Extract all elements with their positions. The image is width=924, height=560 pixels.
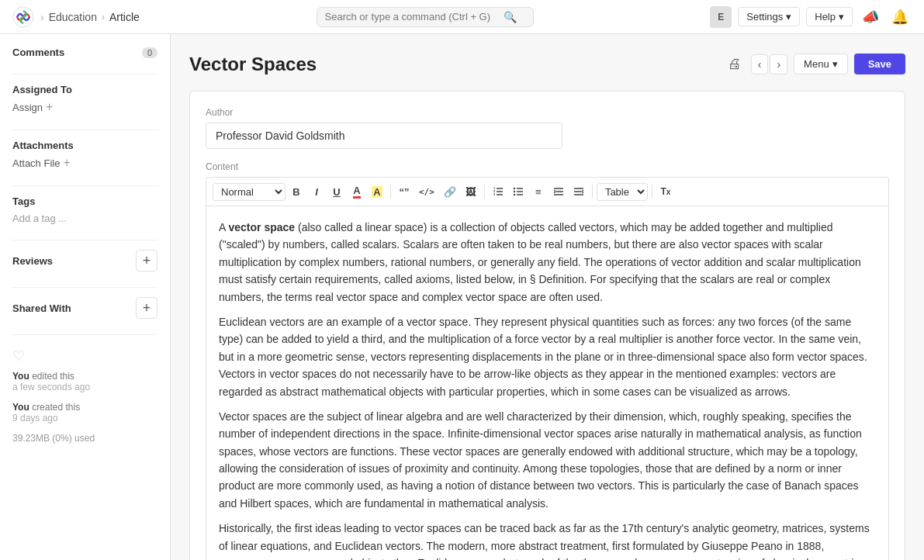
sidebar-section-tags: Tags Add a tag ... bbox=[12, 195, 157, 224]
article-card: Author Content Normal Heading 1 Heading … bbox=[189, 91, 905, 560]
page-actions: 🖨 ‹ › Menu ▾ Save bbox=[725, 53, 905, 75]
align-button[interactable]: ≡ bbox=[529, 184, 548, 200]
image-button[interactable]: 🖼 bbox=[462, 184, 480, 200]
heart-icon: ♡ bbox=[12, 347, 157, 365]
reviews-add-button[interactable]: + bbox=[136, 250, 157, 271]
comments-label: Comments bbox=[12, 47, 64, 58]
assign-button[interactable]: Assign + bbox=[12, 100, 53, 114]
add-tag-label[interactable]: Add a tag ... bbox=[12, 213, 67, 224]
comments-badge: 0 bbox=[142, 47, 157, 58]
svg-point-11 bbox=[514, 191, 515, 192]
code-button[interactable]: </> bbox=[415, 185, 438, 199]
search-input[interactable] bbox=[325, 11, 504, 22]
indent-left-button[interactable] bbox=[549, 184, 568, 199]
activity-item: You edited this a few seconds ago bbox=[12, 371, 157, 392]
content-label: Content bbox=[206, 161, 889, 172]
attach-file-button[interactable]: Attach File + bbox=[12, 156, 71, 170]
bell-icon: 🔔 bbox=[891, 9, 908, 26]
top-nav: › Education › Article 🔍 E Settings ▾ Hel… bbox=[0, 0, 924, 34]
breadcrumb-article: Article bbox=[109, 11, 140, 23]
svg-point-12 bbox=[514, 194, 515, 195]
next-button[interactable]: › bbox=[770, 54, 787, 74]
indent-right-button[interactable] bbox=[569, 184, 588, 199]
avatar: E bbox=[710, 6, 732, 28]
app-layout: Comments 0 Assigned To Assign + Attachme… bbox=[0, 34, 924, 560]
ordered-list-button[interactable]: 123 bbox=[489, 184, 507, 199]
sidebar-section-reviews: Reviews + bbox=[12, 250, 157, 271]
highlight-button[interactable]: A bbox=[368, 184, 386, 200]
format-select[interactable]: Normal Heading 1 Heading 2 Heading 3 bbox=[213, 183, 286, 201]
sidebar: Comments 0 Assigned To Assign + Attachme… bbox=[0, 34, 171, 560]
main-content: Vector Spaces 🖨 ‹ › Menu ▾ Save Author C… bbox=[171, 34, 924, 560]
bold-button[interactable]: B bbox=[287, 184, 306, 200]
page-header: Vector Spaces 🖨 ‹ › Menu ▾ Save bbox=[189, 53, 905, 75]
svg-text:3: 3 bbox=[493, 192, 496, 196]
page-title: Vector Spaces bbox=[189, 54, 317, 75]
chevron-right-icon: › bbox=[40, 11, 44, 23]
reviews-label: Reviews bbox=[12, 255, 53, 267]
chevron-down-icon: ▾ bbox=[786, 11, 791, 22]
toolbar-sep-4 bbox=[652, 185, 652, 199]
nav-arrows: ‹ › bbox=[751, 54, 787, 74]
assign-add-icon: + bbox=[46, 100, 53, 114]
nav-right: E Settings ▾ Help ▾ 📣 🔔 bbox=[710, 5, 912, 29]
print-button[interactable]: 🖨 bbox=[725, 53, 745, 75]
shared-add-button[interactable]: + bbox=[136, 297, 157, 319]
underline-button[interactable]: U bbox=[327, 184, 346, 200]
chevron-down-icon: ▾ bbox=[832, 58, 838, 70]
link-button[interactable]: 🔗 bbox=[440, 184, 460, 200]
blockquote-button[interactable]: “” bbox=[395, 184, 414, 200]
help-button[interactable]: Help ▾ bbox=[806, 7, 853, 26]
toolbar-sep bbox=[390, 185, 391, 199]
search-bar[interactable]: 🔍 bbox=[317, 7, 534, 27]
menu-button[interactable]: Menu ▾ bbox=[794, 54, 848, 74]
settings-button[interactable]: Settings ▾ bbox=[738, 7, 800, 26]
unordered-list-button[interactable] bbox=[509, 184, 528, 199]
storage-info: 39.23MB (0%) used bbox=[12, 433, 157, 444]
shared-with-label: Shared With bbox=[12, 302, 71, 314]
app-logo bbox=[12, 6, 34, 28]
assigned-to-label: Assigned To bbox=[12, 84, 157, 95]
sidebar-section-attachments: Attachments Attach File + bbox=[12, 140, 157, 170]
clear-format-button[interactable]: Tx bbox=[656, 184, 675, 199]
attach-add-icon: + bbox=[63, 156, 70, 170]
table-select[interactable]: Table bbox=[597, 183, 648, 201]
breadcrumb: › Education › Article bbox=[40, 11, 140, 23]
search-icon: 🔍 bbox=[504, 11, 517, 23]
attachments-label: Attachments bbox=[12, 140, 157, 151]
bell-button[interactable]: 🔔 bbox=[888, 5, 912, 29]
author-input[interactable] bbox=[206, 123, 562, 149]
save-button[interactable]: Save bbox=[854, 54, 905, 74]
prev-button[interactable]: ‹ bbox=[751, 54, 769, 74]
editor-content[interactable]: A vector space (also called a linear spa… bbox=[206, 206, 889, 560]
svg-point-10 bbox=[514, 188, 515, 189]
sidebar-section-comments: Comments 0 bbox=[12, 47, 157, 58]
activity-item: You created this 9 days ago bbox=[12, 402, 157, 423]
breadcrumb-education[interactable]: Education bbox=[49, 11, 97, 23]
font-color-button[interactable]: A bbox=[348, 182, 366, 201]
announce-icon: 📣 bbox=[862, 9, 879, 26]
sidebar-section-assigned: Assigned To Assign + bbox=[12, 84, 157, 114]
author-label: Author bbox=[206, 107, 889, 118]
sidebar-section-shared: Shared With + bbox=[12, 297, 157, 319]
tags-label: Tags bbox=[12, 195, 157, 207]
editor-toolbar: Normal Heading 1 Heading 2 Heading 3 B I… bbox=[206, 177, 889, 206]
chevron-down-icon: ▾ bbox=[839, 11, 844, 22]
activity-section: ♡ You edited this a few seconds ago You … bbox=[12, 344, 157, 444]
toolbar-sep-2 bbox=[484, 185, 485, 199]
italic-button[interactable]: I bbox=[307, 184, 326, 200]
toolbar-sep-3 bbox=[592, 185, 593, 199]
breadcrumb-sep: › bbox=[102, 12, 105, 22]
announce-button[interactable]: 📣 bbox=[859, 5, 882, 29]
